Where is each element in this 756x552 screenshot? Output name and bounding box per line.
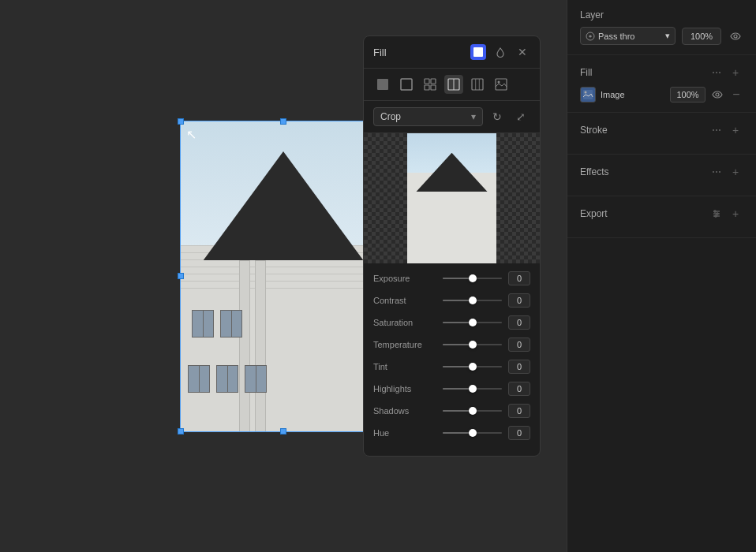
right-panel: Layer Pass thro ▾ 100% Fill <box>567 0 756 552</box>
effects-dots-icon[interactable] <box>709 164 724 180</box>
type-solid[interactable] <box>373 75 392 94</box>
type-outline[interactable] <box>397 75 416 94</box>
type-split[interactable] <box>444 75 463 94</box>
svg-rect-3 <box>425 79 429 84</box>
highlights-track[interactable] <box>443 388 502 390</box>
fill-header-icons: ✕ <box>470 44 530 60</box>
stroke-title: Stroke <box>580 125 608 136</box>
export-section-actions: + <box>709 206 743 222</box>
fill-plus-button[interactable]: + <box>728 65 743 80</box>
svg-point-27 <box>719 171 720 173</box>
export-title: Export <box>580 208 608 219</box>
handle-top-middle[interactable] <box>280 118 286 125</box>
stroke-dots-icon[interactable] <box>709 122 724 138</box>
temperature-slider-row: Temperature 0 <box>373 338 530 352</box>
refresh-button[interactable]: ↻ <box>488 107 507 126</box>
temperature-value[interactable]: 0 <box>508 338 530 352</box>
fill-icon-solid[interactable] <box>470 44 486 60</box>
svg-point-16 <box>716 72 717 73</box>
fill-section-actions: + <box>709 65 743 80</box>
export-sliders-icon[interactable] <box>709 206 724 222</box>
preview-left-area <box>364 133 407 263</box>
exposure-label: Exposure <box>373 274 436 283</box>
handle-middle-left[interactable] <box>178 273 184 279</box>
hue-slider-row: Hue 0 <box>373 426 530 440</box>
fill-opacity-input[interactable]: 100% <box>670 87 705 103</box>
svg-point-24 <box>719 129 720 131</box>
svg-rect-2 <box>401 79 412 90</box>
type-thirds[interactable] <box>468 75 487 94</box>
effects-section-header: Effects + <box>580 164 743 180</box>
fill-section-header: Fill + <box>580 65 743 80</box>
stroke-plus-button[interactable]: + <box>728 122 743 138</box>
export-section: Export + <box>567 196 756 238</box>
temperature-track[interactable] <box>443 344 502 345</box>
layer-section-header: Layer <box>580 9 743 21</box>
svg-point-32 <box>717 213 719 215</box>
fill-thumbnail[interactable] <box>580 87 596 103</box>
stroke-section-header: Stroke + <box>580 122 743 138</box>
highlights-value[interactable]: 0 <box>508 382 530 396</box>
contrast-slider-row: Contrast 0 <box>373 293 530 308</box>
tint-value[interactable]: 0 <box>508 360 530 374</box>
blend-chevron: ▾ <box>665 31 670 41</box>
fill-panel-header: Fill ✕ <box>364 36 540 69</box>
layer-section: Layer Pass thro ▾ 100% <box>567 0 756 55</box>
handle-top-left[interactable] <box>178 118 184 125</box>
crop-mode-select[interactable]: Crop ▾ <box>373 107 483 126</box>
type-image[interactable] <box>492 75 511 94</box>
tint-track[interactable] <box>443 366 502 367</box>
layer-title: Layer <box>580 9 604 21</box>
handle-bottom-middle[interactable] <box>280 428 286 435</box>
svg-rect-0 <box>473 47 483 57</box>
svg-point-21 <box>716 93 719 96</box>
effects-section: Effects + <box>567 155 756 196</box>
saturation-track[interactable] <box>443 322 502 323</box>
image-frame[interactable]: ↖ <box>180 121 387 432</box>
fill-section-title: Fill <box>580 67 592 78</box>
shadows-track[interactable] <box>443 410 502 412</box>
fill-panel: Fill ✕ <box>363 35 541 457</box>
hue-track[interactable] <box>443 432 502 434</box>
fill-mode-row: Crop ▾ ↻ ⤢ <box>364 101 540 133</box>
saturation-label: Saturation <box>373 318 436 327</box>
shadows-value[interactable]: 0 <box>508 404 530 418</box>
blend-mode-select[interactable]: Pass thro ▾ <box>580 27 676 45</box>
exposure-track[interactable] <box>443 278 502 279</box>
exposure-slider-row: Exposure 0 <box>373 271 530 285</box>
exposure-value[interactable]: 0 <box>508 271 530 285</box>
fill-visibility-btn[interactable] <box>710 88 724 102</box>
fill-type-icons <box>364 69 540 101</box>
svg-point-26 <box>713 171 714 173</box>
type-grid[interactable] <box>421 75 440 94</box>
contrast-value[interactable]: 0 <box>508 293 530 308</box>
stroke-section: Stroke + <box>567 113 756 155</box>
preview-main <box>407 133 496 263</box>
fill-add-icon[interactable] <box>709 65 724 80</box>
svg-point-13 <box>498 81 500 84</box>
hue-value[interactable]: 0 <box>508 426 530 440</box>
opacity-input[interactable]: 100% <box>682 28 721 45</box>
tint-slider-row: Tint 0 <box>373 360 530 374</box>
saturation-slider-row: Saturation 0 <box>373 315 530 330</box>
temperature-label: Temperature <box>373 340 436 349</box>
contrast-track[interactable] <box>443 300 502 301</box>
layer-visibility-btn[interactable] <box>728 28 743 44</box>
svg-point-20 <box>585 91 587 94</box>
effects-plus-button[interactable]: + <box>728 164 743 180</box>
image-preview-area <box>364 133 540 263</box>
fill-item-row: Image 100% − <box>580 87 743 103</box>
handle-bottom-left[interactable] <box>178 428 184 435</box>
fill-section: Fill + Image <box>567 55 756 113</box>
svg-point-31 <box>714 211 717 213</box>
hue-label: Hue <box>373 428 436 438</box>
effects-section-actions: + <box>709 164 743 180</box>
shadows-label: Shadows <box>373 406 436 416</box>
saturation-value[interactable]: 0 <box>508 315 530 330</box>
fill-icon-drop[interactable] <box>492 44 508 60</box>
export-plus-button[interactable]: + <box>728 206 743 222</box>
cursor-icon: ↖ <box>186 127 196 140</box>
close-button[interactable]: ✕ <box>515 44 530 60</box>
fill-remove-button[interactable]: − <box>729 88 743 102</box>
expand-button[interactable]: ⤢ <box>511 107 530 126</box>
